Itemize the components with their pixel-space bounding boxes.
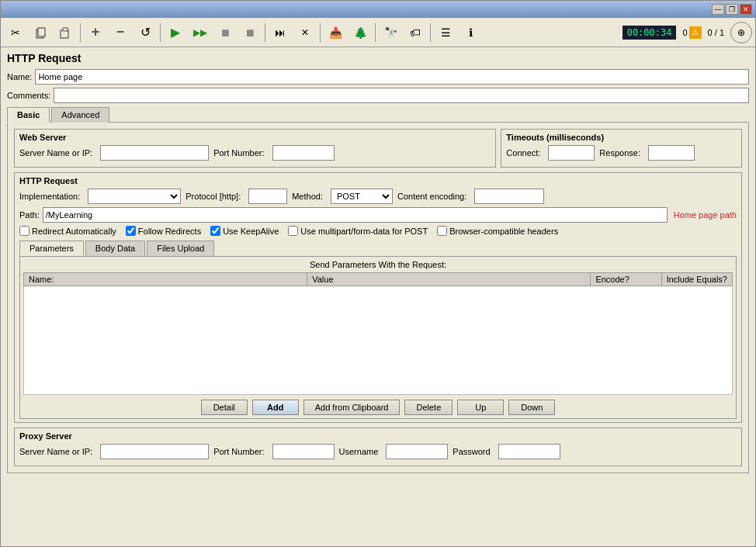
tab-basic[interactable]: Basic	[7, 107, 50, 123]
sep1	[80, 23, 81, 42]
proxy-server-input[interactable]	[100, 444, 209, 459]
web-server-title: Web Server	[19, 133, 491, 142]
warning-count: 0	[682, 28, 687, 37]
stop-all-button[interactable]: ⏹	[238, 21, 262, 44]
protocol-label: Protocol [http]:	[186, 192, 241, 201]
add-button[interactable]: +	[84, 21, 107, 44]
tab-advanced[interactable]: Advanced	[51, 107, 109, 123]
keepalive-label: Use KeepAlive	[223, 227, 279, 236]
redirect-checkbox[interactable]	[19, 226, 29, 236]
path-input[interactable]	[43, 207, 668, 223]
timer-display: 00:00:34	[622, 26, 677, 40]
checkboxes-row: Redirect Automatically Follow Redirects …	[19, 226, 737, 236]
tab-body-data[interactable]: Body Data	[85, 241, 145, 256]
params-table: Name: Value Encode? Include Equals?	[23, 272, 733, 286]
toolbar: ✂ + − ↺ ▶ ▶▶ ⏹ ⏹ ⏭ ✕ 📥 🌲 🔭 🏷 ☰ ℹ 00:00:3…	[1, 18, 755, 47]
step-button[interactable]: ⏭	[269, 21, 292, 44]
sep4	[320, 23, 321, 42]
panel-title: HTTP Request	[7, 52, 749, 64]
up-button[interactable]: Up	[457, 400, 504, 415]
remove-button[interactable]: −	[109, 21, 132, 44]
navigate-icon[interactable]: ⊕	[730, 22, 752, 43]
minimize-button[interactable]: —	[712, 4, 724, 15]
proxy-username-input[interactable]	[386, 444, 448, 459]
status-count: 0 / 1	[708, 28, 724, 37]
sep3	[265, 23, 265, 42]
keepalive-checkbox-item[interactable]: Use KeepAlive	[210, 226, 279, 236]
port-number-label: Port Number:	[213, 148, 264, 158]
multipart-checkbox[interactable]	[288, 226, 298, 236]
timeouts-title: Timeouts (milliseconds)	[506, 133, 737, 142]
play-button[interactable]: ▶	[164, 21, 187, 44]
implementation-label: Implementation:	[19, 192, 80, 201]
timeouts-section: Timeouts (milliseconds) Connect: Respons…	[501, 129, 742, 172]
name-input[interactable]	[35, 69, 749, 85]
paste-button[interactable]	[54, 21, 77, 44]
tab-parameters[interactable]: Parameters	[19, 241, 84, 256]
response-input[interactable]	[648, 145, 695, 161]
connect-input[interactable]	[548, 145, 595, 161]
info-button[interactable]: ℹ	[459, 21, 482, 44]
browser-checkbox-item[interactable]: Browser-compatible headers	[437, 226, 558, 236]
params-empty-area	[23, 286, 733, 395]
sep6	[430, 23, 431, 42]
keepalive-checkbox[interactable]	[210, 226, 220, 236]
svg-rect-1	[38, 28, 45, 36]
proxy-username-label: Username	[339, 447, 379, 456]
import-button[interactable]: 📥	[324, 21, 347, 44]
svg-rect-3	[63, 28, 68, 31]
params-title: Send Parameters With the Request:	[23, 260, 733, 269]
proxy-port-label: Port Number:	[213, 447, 264, 456]
restore-button[interactable]: ❐	[726, 4, 738, 15]
comments-input[interactable]	[54, 88, 749, 103]
inner-tabs: Parameters Body Data Files Upload	[19, 241, 737, 256]
implementation-select[interactable]: HttpClient4 HttpClient3.1 Java	[88, 189, 181, 204]
name-row: Name:	[7, 69, 749, 85]
play-all-button[interactable]: ▶▶	[189, 21, 212, 44]
basic-tab-content: Web Server Server Name or IP: Port Numbe…	[7, 122, 749, 473]
protocol-input[interactable]	[248, 189, 287, 204]
down-button[interactable]: Down	[508, 400, 555, 415]
multipart-checkbox-item[interactable]: Use multipart/form-data for POST	[288, 226, 428, 236]
follow-checkbox-item[interactable]: Follow Redirects	[126, 226, 201, 236]
follow-checkbox[interactable]	[126, 226, 136, 236]
port-number-input[interactable]	[272, 145, 335, 161]
browser-checkbox[interactable]	[437, 226, 447, 236]
tree1-button[interactable]: 🌲	[349, 21, 372, 44]
method-row: Implementation: HttpClient4 HttpClient3.…	[19, 189, 737, 204]
method-select[interactable]: GET POST PUT DELETE HEAD OPTIONS PATCH	[331, 189, 393, 204]
tag-button[interactable]: 🏷	[404, 21, 427, 44]
refresh-button[interactable]: ↺	[134, 21, 157, 44]
proxy-port-input[interactable]	[272, 444, 335, 459]
col-include-equals: Include Equals?	[661, 273, 732, 286]
server-name-input[interactable]	[100, 145, 209, 161]
web-server-box: Web Server Server Name or IP: Port Numbe…	[14, 129, 496, 168]
path-hint: Home page path	[674, 210, 737, 220]
content-encoding-input[interactable]	[474, 189, 544, 204]
comments-row: Comments:	[7, 88, 749, 103]
copy-button[interactable]	[29, 21, 52, 44]
detail-button[interactable]: Detail	[201, 400, 248, 415]
sep5	[375, 23, 376, 42]
close-button[interactable]: ✕	[740, 4, 752, 15]
main-tabs: Basic Advanced	[7, 106, 749, 122]
list-button[interactable]: ☰	[434, 21, 457, 44]
proxy-server-title: Proxy Server	[19, 431, 737, 441]
stop-button[interactable]: ⏹	[213, 21, 237, 44]
binoculars-button[interactable]: 🔭	[379, 21, 402, 44]
tab-files-upload[interactable]: Files Upload	[147, 241, 214, 256]
delete-button[interactable]: Delete	[404, 400, 453, 415]
cut-button[interactable]: ✂	[4, 21, 27, 44]
multipart-label: Use multipart/form-data for POST	[300, 227, 428, 236]
server-name-row: Server Name or IP: Port Number:	[19, 145, 491, 161]
redirect-checkbox-item[interactable]: Redirect Automatically	[19, 226, 116, 236]
add-param-button[interactable]: Add	[252, 400, 299, 415]
name-label: Name:	[7, 72, 32, 81]
status-bar: 00:00:34 0 ⚠ 0 / 1 ⊕	[622, 22, 752, 43]
add-clipboard-button[interactable]: Add from Clipboard	[303, 400, 401, 415]
sep2	[160, 23, 161, 42]
proxy-password-input[interactable]	[498, 444, 560, 459]
main-window: — ❐ ✕ ✂ + − ↺ ▶ ▶▶ ⏹ ⏹ ⏭ ✕ 📥 🌲 🔭 🏷 ☰ ℹ	[0, 0, 756, 547]
clear-button[interactable]: ✕	[293, 21, 317, 44]
server-name-label: Server Name or IP:	[19, 148, 92, 158]
